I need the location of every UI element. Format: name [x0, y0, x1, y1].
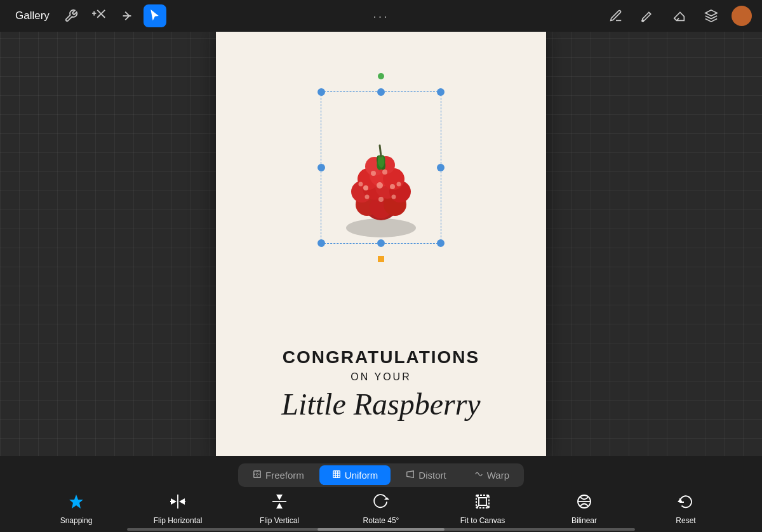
bilinear-icon [576, 493, 592, 514]
toolbar-left: Gallery [10, 4, 166, 27]
svg-point-21 [390, 184, 395, 189]
flip-horizontal-label: Flip Horizontal [154, 516, 203, 525]
scroll-indicator [127, 528, 635, 531]
svg-point-20 [377, 182, 383, 189]
rotate-45-label: Rotate 45° [363, 516, 399, 525]
tab-warp[interactable]: Warp [462, 465, 522, 485]
fit-to-canvas-icon [474, 493, 491, 514]
reset-label: Reset [676, 516, 695, 525]
layers-icon[interactable] [700, 4, 723, 27]
bottom-toolbar: Freeform Uniform Distort [0, 456, 762, 532]
raspberry-illustration [298, 82, 464, 272]
toolbar-right [605, 4, 752, 27]
fit-to-canvas-button[interactable]: Fit to Canvas [457, 493, 508, 525]
tab-distort[interactable]: Distort [393, 465, 458, 485]
rotate-45-button[interactable]: Rotate 45° [356, 493, 406, 525]
adjust-icon[interactable] [116, 4, 138, 27]
bilinear-button[interactable]: Bilinear [559, 493, 610, 525]
svg-point-19 [363, 185, 368, 190]
card-text-area: CONGRATULATIONS ON YOUR Little Raspberry [216, 347, 546, 422]
rotate-45-icon [373, 493, 389, 514]
more-options-icon[interactable]: ··· [373, 9, 389, 23]
warp-icon [474, 470, 483, 481]
svg-rect-36 [333, 471, 340, 478]
gallery-button[interactable]: Gallery [10, 7, 55, 25]
avatar[interactable] [732, 6, 752, 26]
flip-horizontal-button[interactable]: Flip Horizontal [152, 493, 203, 525]
pen-tool-icon[interactable] [605, 4, 627, 27]
brush-tool-icon[interactable] [636, 4, 659, 27]
flip-horizontal-icon [170, 493, 186, 514]
magic-wand-icon[interactable] [88, 4, 110, 27]
bottom-actions: Snapping Flip Horizontal [0, 493, 762, 525]
svg-point-26 [365, 195, 370, 199]
svg-point-28 [392, 195, 396, 199]
reset-button[interactable]: Reset [660, 493, 711, 525]
little-raspberry-text: Little Raspberry [216, 387, 546, 422]
on-your-text: ON YOUR [216, 371, 546, 383]
transform-tabs: Freeform Uniform Distort [238, 463, 524, 487]
congratulations-text: CONGRATULATIONS [216, 347, 546, 368]
flip-vertical-icon [271, 493, 288, 514]
snapping-label: Snapping [60, 516, 93, 525]
svg-point-22 [359, 182, 363, 187]
svg-point-5 [346, 218, 416, 237]
snapping-icon [68, 493, 84, 514]
reset-icon [678, 493, 694, 514]
svg-marker-55 [678, 498, 683, 502]
flip-vertical-label: Flip Vertical [260, 516, 299, 525]
freeform-icon [253, 470, 262, 481]
svg-marker-4 [705, 10, 717, 16]
svg-rect-48 [479, 498, 486, 505]
flip-vertical-button[interactable]: Flip Vertical [254, 493, 305, 525]
rotation-handle[interactable] [378, 73, 384, 79]
svg-line-32 [380, 145, 381, 156]
svg-point-3 [642, 20, 644, 22]
svg-point-25 [382, 170, 387, 175]
svg-marker-41 [69, 495, 83, 509]
fit-to-canvas-label: Fit to Canvas [460, 516, 505, 525]
tab-freeform[interactable]: Freeform [240, 465, 317, 485]
canvas-area: CONGRATULATIONS ON YOUR Little Raspberry [0, 32, 762, 456]
uniform-icon [332, 470, 341, 481]
svg-point-27 [378, 197, 384, 202]
scroll-thumb [318, 528, 444, 531]
wrench-icon[interactable] [60, 4, 83, 27]
selection-tool-icon[interactable] [144, 4, 166, 27]
artwork-card[interactable]: CONGRATULATIONS ON YOUR Little Raspberry [216, 28, 546, 460]
bilinear-label: Bilinear [572, 516, 597, 525]
distort-icon [406, 470, 415, 481]
svg-point-23 [397, 182, 401, 187]
svg-point-24 [371, 171, 376, 176]
svg-marker-46 [384, 497, 389, 500]
top-toolbar: Gallery [0, 0, 762, 32]
eraser-tool-icon[interactable] [668, 4, 691, 27]
snapping-button[interactable]: Snapping [51, 493, 102, 525]
tab-uniform[interactable]: Uniform [319, 465, 391, 485]
